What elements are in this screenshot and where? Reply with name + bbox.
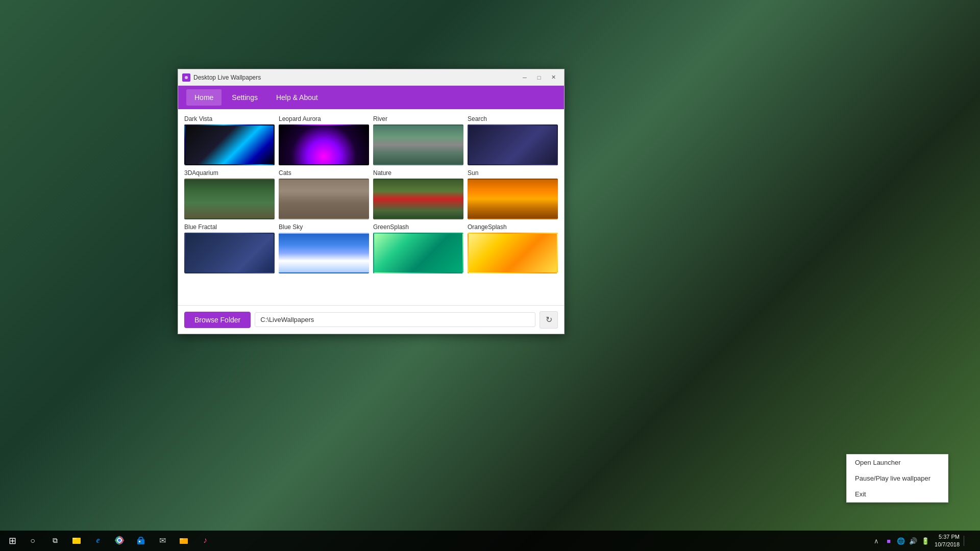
svg-rect-7 [137,539,144,544]
wallpaper-item-sun[interactable]: Sun [468,169,558,219]
taskbar-app-mail[interactable]: ✉ [152,531,173,551]
taskbar: ⊞ ○ ⧉ e ✉ ♪ ∧ [0,531,980,551]
wallpaper-label-search: Search [468,115,558,122]
wallpaper-thumb-cats [279,179,369,219]
taskbar-app-store[interactable] [131,531,151,551]
title-bar: Desktop Live Wallpapers ─ □ ✕ [178,69,564,86]
wallpaper-item-greensplash[interactable]: GreenSplash [373,223,463,273]
wallpaper-grid: Dark VistaLeopard AuroraRiverSearch3DAqu… [178,109,564,305]
wallpaper-thumb-search [468,124,558,165]
wallpaper-item-search[interactable]: Search [468,115,558,165]
wallpaper-thumb-sun [468,179,558,219]
wallpaper-label-blue-sky: Blue Sky [279,223,369,231]
taskbar-apps: ⧉ e ✉ ♪ [45,531,867,551]
context-menu: Open Launcher Pause/Play live wallpaper … [846,454,948,503]
wallpaper-label-blue-fractal: Blue Fractal [184,223,275,231]
tray-wallpaper-icon[interactable]: ■ [884,536,894,546]
window-controls: ─ □ ✕ [518,72,560,83]
tray-network-icon[interactable]: 🌐 [896,536,906,546]
taskbar-app-chrome[interactable] [109,531,130,551]
tray-clock[interactable]: 5:37 PM 10/7/2018 [933,533,962,549]
svg-point-1 [185,76,188,79]
nav-bar: Home Settings Help & About [178,86,564,109]
bottom-bar: Browse Folder ↻ [178,305,564,334]
wallpaper-thumb-orangesplash [468,233,558,273]
nav-item-home[interactable]: Home [186,89,222,106]
nav-item-settings[interactable]: Settings [224,89,266,106]
maximize-button[interactable]: □ [532,72,546,83]
svg-rect-8 [139,541,140,542]
wallpaper-thumb-nature [373,179,463,219]
wallpaper-item-cats[interactable]: Cats [279,169,369,219]
nav-item-help[interactable]: Help & About [268,89,326,106]
wallpaper-label-orangesplash: OrangeSplash [468,223,558,231]
window-title: Desktop Live Wallpapers [193,74,518,81]
browse-folder-button[interactable]: Browse Folder [184,312,251,328]
wallpaper-item-blue-sky[interactable]: Blue Sky [279,223,369,273]
wallpaper-label-river: River [373,115,463,122]
tray-expand-icon[interactable]: ∧ [871,536,881,546]
clock-time: 5:37 PM [935,533,960,541]
wallpaper-label-cats: Cats [279,169,369,177]
wallpaper-label-sun: Sun [468,169,558,177]
svg-rect-3 [72,538,77,539]
taskbar-app-music[interactable]: ♪ [195,531,215,551]
wallpaper-label-nature: Nature [373,169,463,177]
start-button[interactable]: ⊞ [2,531,22,551]
wallpaper-thumb-river [373,124,463,165]
refresh-button[interactable]: ↻ [540,311,558,329]
wallpaper-item-orangesplash[interactable]: OrangeSplash [468,223,558,273]
wallpaper-item-blue-fractal[interactable]: Blue Fractal [184,223,275,273]
wallpaper-item-dark-vista[interactable]: Dark Vista [184,115,275,165]
taskbar-app-edge[interactable]: e [88,531,108,551]
tray-volume-icon[interactable]: 🔊 [908,536,918,546]
wallpaper-item-3daquarium[interactable]: 3DAquarium [184,169,275,219]
wallpaper-item-leopard-aurora[interactable]: Leopard Aurora [279,115,369,165]
wallpaper-item-nature[interactable]: Nature [373,169,463,219]
wallpaper-thumb-dark-vista [184,124,275,165]
path-input[interactable] [255,312,535,327]
svg-point-6 [118,539,121,542]
wallpaper-label-3daquarium: 3DAquarium [184,169,275,177]
tray-show-desktop[interactable] [964,536,974,546]
taskbar-app-explorer[interactable] [66,531,87,551]
taskbar-app-folder2[interactable] [174,531,194,551]
wallpaper-item-river[interactable]: River [373,115,463,165]
wallpaper-thumb-blue-sky [279,233,369,273]
app-icon [182,73,190,82]
wallpaper-thumb-leopard-aurora [279,124,369,165]
clock-date: 10/7/2018 [935,541,960,548]
svg-rect-10 [180,538,183,540]
context-menu-item-open-launcher[interactable]: Open Launcher [847,455,948,470]
minimize-button[interactable]: ─ [518,72,531,83]
cortana-button[interactable]: ○ [22,531,43,551]
wallpaper-label-dark-vista: Dark Vista [184,115,275,122]
taskbar-app-taskview[interactable]: ⧉ [45,531,65,551]
wallpaper-thumb-3daquarium [184,179,275,219]
wallpaper-thumb-greensplash [373,233,463,273]
tray-battery-icon[interactable]: 🔋 [920,536,930,546]
close-button[interactable]: ✕ [547,72,560,83]
wallpaper-label-leopard-aurora: Leopard Aurora [279,115,369,122]
wallpaper-label-greensplash: GreenSplash [373,223,463,231]
wallpaper-thumb-blue-fractal [184,233,275,273]
context-menu-item-exit[interactable]: Exit [847,486,948,502]
app-window: Desktop Live Wallpapers ─ □ ✕ Home Setti… [178,69,565,334]
taskbar-tray: ∧ ■ 🌐 🔊 🔋 5:37 PM 10/7/2018 [867,533,978,549]
context-menu-item-pause-play[interactable]: Pause/Play live wallpaper [847,470,948,486]
